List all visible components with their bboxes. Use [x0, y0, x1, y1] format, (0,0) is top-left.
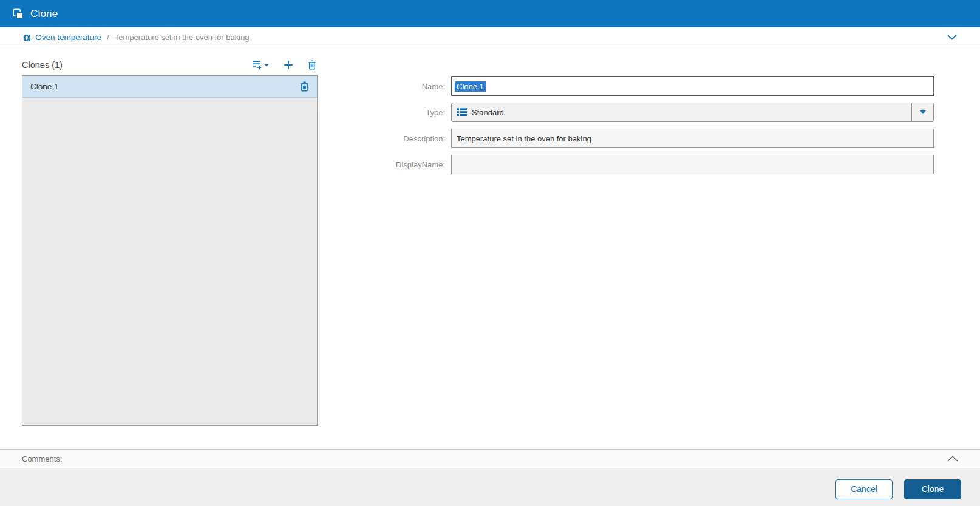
clones-panel-header: Clones (1) — [22, 57, 318, 73]
dialog-footer: Cancel Clone — [0, 468, 980, 506]
description-label: Description: — [364, 134, 451, 143]
type-dropdown[interactable]: Standard — [451, 103, 934, 122]
chevron-up-icon[interactable] — [947, 456, 958, 462]
displayname-row: DisplayName: — [364, 155, 934, 174]
description-input[interactable] — [451, 129, 934, 148]
add-items-caret-icon — [264, 64, 269, 67]
breadcrumb: α Oven temperature / Temperature set in … — [0, 27, 980, 47]
breadcrumb-separator: / — [107, 33, 109, 42]
comments-bar: Comments: — [0, 449, 980, 468]
clone-icon — [13, 8, 24, 19]
type-dropdown-button[interactable] — [911, 103, 933, 121]
clone-button[interactable]: Clone — [904, 479, 961, 499]
type-label: Type: — [364, 108, 451, 117]
plus-icon[interactable] — [282, 59, 294, 71]
list-item-clone-1[interactable]: Clone 1 — [22, 76, 317, 98]
trash-icon[interactable] — [307, 59, 318, 71]
name-input[interactable]: Clone 1 — [451, 76, 934, 96]
clone-dialog: Clone α Oven temperature / Temperature s… — [0, 0, 980, 506]
title-bar: Clone — [0, 0, 980, 27]
standard-type-icon — [457, 108, 467, 116]
clone-form: Name: Clone 1 Type: Standard — [364, 76, 934, 181]
displayname-input[interactable] — [451, 155, 934, 174]
clones-panel-title: Clones (1) — [22, 60, 63, 70]
clone-item-label: Clone 1 — [30, 82, 59, 91]
cancel-button[interactable]: Cancel — [835, 479, 893, 499]
clones-list: Clone 1 — [22, 75, 318, 426]
name-selected-text: Clone 1 — [455, 81, 486, 92]
name-label: Name: — [364, 82, 451, 91]
type-value-text: Standard — [472, 108, 504, 117]
dialog-title: Clone — [30, 8, 58, 20]
trash-icon[interactable] — [300, 81, 309, 92]
name-row: Name: Clone 1 — [364, 76, 934, 96]
alpha-icon: α — [23, 31, 30, 43]
breadcrumb-current: Temperature set in the oven for baking — [115, 33, 250, 42]
clones-toolbar — [251, 59, 318, 71]
displayname-label: DisplayName: — [364, 160, 451, 169]
breadcrumb-root-link[interactable]: Oven temperature — [35, 33, 101, 42]
add-items-icon[interactable] — [251, 59, 270, 71]
chevron-down-icon[interactable] — [947, 35, 957, 40]
type-row: Type: Standard — [364, 103, 934, 122]
type-dropdown-value[interactable]: Standard — [452, 103, 911, 121]
description-row: Description: — [364, 129, 934, 148]
comments-label: Comments: — [22, 454, 62, 464]
chevron-down-icon — [920, 110, 926, 114]
